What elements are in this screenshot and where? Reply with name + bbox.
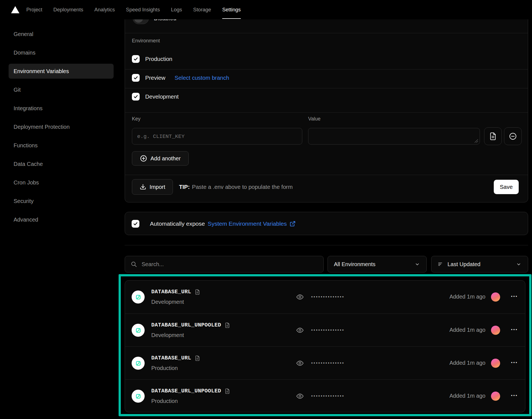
user-avatar: [491, 292, 500, 302]
reveal-value-button[interactable]: [296, 327, 304, 334]
check-icon: [133, 75, 138, 80]
settings-sidebar: General Domains Environment Variables Gi…: [9, 27, 114, 231]
sidebar-item-integrations[interactable]: Integrations: [9, 101, 114, 116]
row-menu-button[interactable]: •••: [511, 294, 518, 299]
env-var-environment: Development: [151, 332, 184, 338]
nav-tab-settings[interactable]: Settings: [222, 0, 241, 19]
copy-value-icon[interactable]: [195, 289, 200, 295]
row-menu-button[interactable]: •••: [511, 393, 518, 398]
copy-value-icon[interactable]: [224, 388, 230, 394]
save-button[interactable]: Save: [494, 180, 519, 194]
sidebar-item-git[interactable]: Git: [9, 82, 114, 97]
env-var-row[interactable]: DATABASE_URL Development •••••••••••••• …: [125, 281, 525, 313]
row-menu-button[interactable]: •••: [511, 360, 518, 365]
sort-icon: [438, 261, 444, 267]
divider: [125, 69, 528, 70]
sort-select[interactable]: Last Updated: [431, 256, 528, 273]
check-icon: [133, 56, 138, 61]
search-icon: [131, 261, 137, 268]
paste-env-button[interactable]: [484, 127, 502, 145]
env-var-environment: Development: [151, 299, 184, 305]
chevron-down-icon: [516, 261, 522, 267]
copy-value-icon[interactable]: [195, 355, 200, 361]
sidebar-item-general[interactable]: General: [9, 27, 114, 42]
add-env-var-card: Disabled Environment Production Preview …: [125, 0, 528, 202]
env-var-row[interactable]: DATABASE_URL Production •••••••••••••• A…: [125, 346, 525, 379]
neon-integration-icon: [132, 324, 145, 337]
preview-label: Preview: [145, 74, 169, 81]
development-label: Development: [145, 93, 179, 100]
reveal-value-button[interactable]: [296, 392, 304, 400]
import-button[interactable]: Import: [132, 179, 173, 195]
nav-tab-storage[interactable]: Storage: [193, 0, 211, 19]
development-checkbox[interactable]: [132, 93, 140, 101]
key-input[interactable]: [132, 128, 302, 145]
nav-tab-deployments[interactable]: Deployments: [53, 0, 83, 19]
tip-bold: TIP:: [179, 184, 190, 190]
eye-icon: [296, 293, 304, 301]
environment-section-label: Environment: [132, 38, 160, 44]
add-another-button[interactable]: Add another: [132, 151, 189, 166]
expose-checkbox[interactable]: [132, 220, 139, 228]
env-var-name: DATABASE_URL: [151, 355, 200, 361]
divider: [125, 112, 528, 113]
nav-tab-logs[interactable]: Logs: [171, 0, 182, 19]
sidebar-item-functions[interactable]: Functions: [9, 138, 114, 153]
env-var-row[interactable]: DATABASE_URL_UNPOOLED Development ••••••…: [125, 313, 525, 346]
eye-icon: [296, 392, 304, 400]
system-env-vars-link[interactable]: System Environment Variables: [208, 220, 287, 227]
sidebar-item-environment-variables[interactable]: Environment Variables: [9, 64, 114, 79]
masked-value: ••••••••••••••: [311, 294, 344, 299]
environment-filter-select[interactable]: All Environments: [328, 256, 427, 273]
check-icon: [133, 221, 138, 226]
external-link-icon[interactable]: [290, 221, 296, 227]
neon-integration-icon: [132, 390, 145, 403]
env-var-name: DATABASE_URL: [151, 289, 200, 295]
reveal-value-button[interactable]: [296, 293, 304, 301]
production-checkbox[interactable]: [132, 55, 140, 63]
nav-tab-speed-insights[interactable]: Speed Insights: [126, 0, 160, 19]
environment-variables-settings-page: General Domains Environment Variables Gi…: [0, 0, 532, 419]
value-input[interactable]: [308, 128, 480, 145]
divider: [125, 245, 528, 245]
env-var-name: DATABASE_URL_UNPOOLED: [151, 322, 230, 328]
sidebar-item-domains[interactable]: Domains: [9, 45, 114, 60]
divider: [125, 175, 528, 175]
import-download-icon: [140, 184, 146, 190]
env-var-name: DATABASE_URL_UNPOOLED: [151, 388, 230, 394]
env-var-environment: Production: [151, 365, 178, 371]
masked-value: ••••••••••••••: [311, 361, 344, 366]
sidebar-item-data-cache[interactable]: Data Cache: [9, 156, 114, 171]
search-input[interactable]: [142, 261, 318, 268]
environment-production-row: Production: [132, 55, 172, 63]
nav-tab-project[interactable]: Project: [26, 0, 42, 19]
sidebar-item-advanced[interactable]: Advanced: [9, 212, 114, 227]
sidebar-item-cron-jobs[interactable]: Cron Jobs: [9, 175, 114, 190]
neon-integration-icon: [132, 357, 145, 370]
env-var-row[interactable]: DATABASE_URL_UNPOOLED Production •••••••…: [125, 379, 525, 412]
user-avatar: [491, 392, 500, 401]
sidebar-item-deployment-protection[interactable]: Deployment Protection: [9, 119, 114, 134]
value-label: Value: [308, 116, 321, 122]
added-timestamp: Added 1m ago: [449, 294, 485, 300]
added-timestamp: Added 1m ago: [449, 393, 485, 399]
preview-checkbox[interactable]: [132, 74, 140, 82]
select-custom-branch-link[interactable]: Select custom branch: [175, 74, 229, 81]
add-another-label: Add another: [150, 155, 181, 162]
nav-tab-analytics[interactable]: Analytics: [94, 0, 115, 19]
row-menu-button[interactable]: •••: [511, 327, 518, 332]
nav-tabs: Project Deployments Analytics Speed Insi…: [26, 0, 241, 19]
file-text-icon: [489, 132, 497, 140]
tip-body: Paste a .env above to populate the form: [192, 184, 293, 190]
tip-text: TIP: Paste a .env above to populate the …: [179, 179, 293, 195]
added-timestamp: Added 1m ago: [449, 327, 485, 333]
copy-value-icon[interactable]: [224, 322, 230, 328]
minus-circle-icon: [509, 132, 517, 140]
sidebar-item-security[interactable]: Security: [9, 194, 114, 209]
env-var-list: DATABASE_URL Development •••••••••••••• …: [125, 280, 525, 412]
expose-prefix: Automatically expose: [150, 220, 205, 227]
reveal-value-button[interactable]: [296, 359, 304, 367]
remove-row-button[interactable]: [504, 127, 522, 145]
neon-integration-icon: [132, 291, 145, 304]
masked-value: ••••••••••••••: [311, 394, 344, 399]
